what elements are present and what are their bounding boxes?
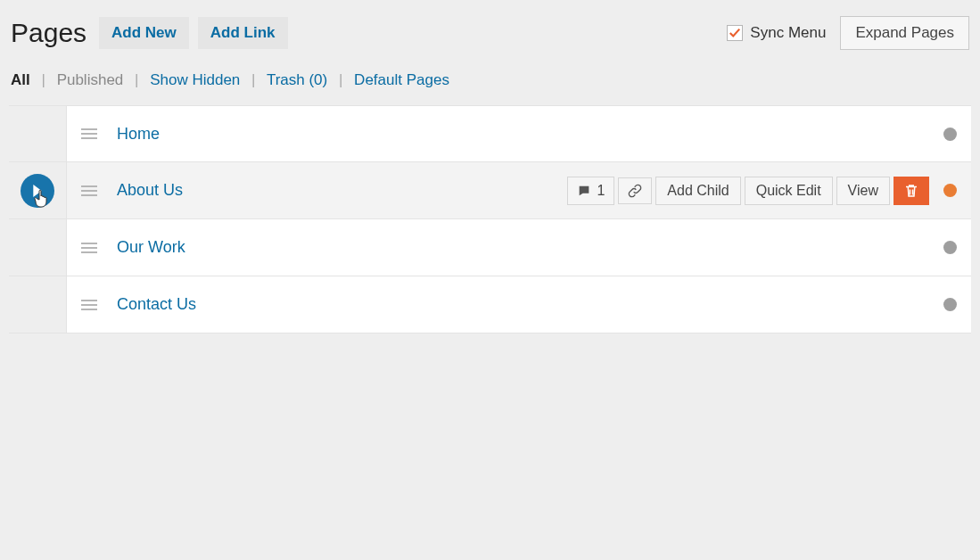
drag-handle-icon[interactable] bbox=[81, 128, 97, 140]
filter-all[interactable]: All bbox=[11, 71, 30, 88]
page-header: Pages Add New Add Link Sync Menu Expand … bbox=[0, 0, 980, 54]
status-dot-icon bbox=[943, 241, 957, 254]
svg-rect-1 bbox=[81, 133, 97, 135]
sync-menu-label: Sync Menu bbox=[750, 24, 826, 42]
svg-rect-3 bbox=[81, 185, 97, 187]
sync-menu-checkbox[interactable]: Sync Menu bbox=[727, 24, 826, 42]
page-row: About Us 1 Add Child Quick Edit View bbox=[9, 162, 971, 219]
filter-bar: All | Published | Show Hidden | Trash (0… bbox=[0, 54, 980, 105]
status-dot-icon bbox=[943, 128, 957, 141]
page-title-link[interactable]: Home bbox=[117, 125, 160, 144]
trash-icon bbox=[903, 183, 919, 199]
svg-rect-6 bbox=[81, 243, 97, 244]
page-title-link[interactable]: Contact Us bbox=[117, 295, 196, 314]
add-link-button[interactable]: Add Link bbox=[198, 17, 288, 49]
expand-cell bbox=[9, 276, 66, 333]
trash-button[interactable] bbox=[894, 177, 929, 205]
expand-cell bbox=[9, 106, 66, 161]
expand-cell bbox=[9, 219, 66, 276]
svg-rect-10 bbox=[81, 304, 97, 306]
expand-pages-button[interactable]: Expand Pages bbox=[840, 16, 969, 50]
filter-published: Published bbox=[57, 71, 124, 88]
expand-toggle-button[interactable] bbox=[21, 174, 54, 208]
svg-rect-7 bbox=[81, 247, 97, 249]
drag-handle-icon[interactable] bbox=[81, 242, 97, 254]
row-actions: 1 Add Child Quick Edit View bbox=[567, 177, 929, 205]
filter-show-hidden[interactable]: Show Hidden bbox=[150, 71, 240, 88]
add-child-button[interactable]: Add Child bbox=[655, 177, 740, 205]
status-dot-icon bbox=[943, 298, 957, 311]
page-row: Contact Us bbox=[9, 276, 971, 334]
page-row: Our Work bbox=[9, 219, 971, 276]
svg-rect-8 bbox=[81, 251, 97, 253]
svg-rect-4 bbox=[81, 190, 97, 192]
svg-rect-9 bbox=[81, 300, 97, 301]
page-row: Home bbox=[9, 105, 971, 162]
svg-rect-2 bbox=[81, 137, 97, 139]
filter-trash[interactable]: Trash (0) bbox=[267, 71, 327, 88]
add-new-button[interactable]: Add New bbox=[99, 17, 189, 49]
comments-button[interactable]: 1 bbox=[567, 177, 614, 205]
drag-handle-icon[interactable] bbox=[81, 185, 97, 197]
status-dot-icon bbox=[943, 184, 957, 197]
page-title-link[interactable]: About Us bbox=[117, 181, 183, 200]
page-title-link[interactable]: Our Work bbox=[117, 238, 185, 257]
link-icon bbox=[628, 184, 642, 198]
view-button[interactable]: View bbox=[836, 177, 890, 205]
caret-right-icon bbox=[31, 185, 44, 197]
pages-list: Home About Us 1 bbox=[9, 105, 971, 334]
comment-icon bbox=[577, 184, 591, 198]
comments-count: 1 bbox=[597, 183, 605, 199]
quick-edit-button[interactable]: Quick Edit bbox=[745, 177, 833, 205]
filter-default-pages[interactable]: Default Pages bbox=[354, 71, 449, 88]
link-button[interactable] bbox=[618, 177, 652, 204]
svg-rect-11 bbox=[81, 309, 97, 310]
svg-rect-0 bbox=[81, 128, 97, 130]
checkbox-icon bbox=[727, 25, 743, 41]
expand-cell bbox=[9, 162, 66, 218]
page-title: Pages bbox=[11, 18, 86, 48]
svg-rect-5 bbox=[81, 194, 97, 196]
drag-handle-icon[interactable] bbox=[81, 299, 97, 311]
